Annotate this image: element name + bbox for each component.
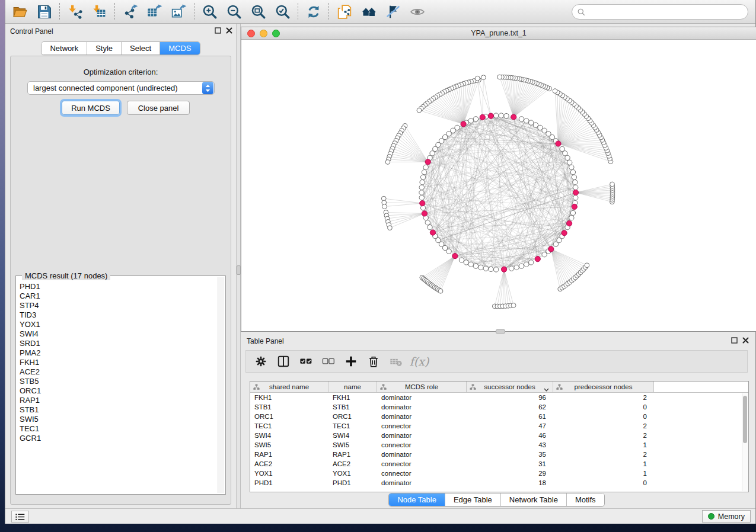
network-node[interactable]	[569, 165, 574, 169]
network-mcds-node[interactable]	[511, 114, 516, 120]
network-mcds-node[interactable]	[567, 220, 572, 226]
network-mcds-node[interactable]	[562, 230, 567, 236]
table-row[interactable]: PHD1PHD1dominator180	[250, 478, 748, 488]
network-node[interactable]	[422, 169, 426, 174]
network-node[interactable]	[499, 113, 503, 118]
network-leaf-node[interactable]	[417, 108, 422, 113]
network-node[interactable]	[423, 165, 428, 169]
network-mcds-node[interactable]	[535, 257, 540, 262]
column-header-name[interactable]: name	[328, 382, 377, 392]
network-node[interactable]	[514, 265, 519, 270]
network-node[interactable]	[479, 265, 483, 270]
window-minimize-icon[interactable]	[260, 30, 267, 37]
run-mcds-button[interactable]: Run MCDS	[62, 101, 120, 115]
settings-gear-icon[interactable]	[251, 352, 271, 370]
refresh-icon[interactable]	[301, 2, 326, 21]
network-node[interactable]	[489, 267, 493, 271]
export-image-icon[interactable]	[167, 2, 191, 21]
table-row[interactable]: SWI5SWI5connector431	[250, 440, 748, 450]
network-node[interactable]	[538, 125, 543, 130]
open-folder-icon[interactable]	[8, 2, 32, 21]
column-header-shared-name[interactable]: shared name	[250, 382, 328, 392]
network-node[interactable]	[529, 260, 534, 265]
tab-motifs[interactable]: Motifs	[567, 493, 604, 506]
network-node[interactable]	[563, 151, 567, 156]
network-node[interactable]	[425, 220, 430, 225]
column-layout-icon[interactable]	[273, 352, 294, 370]
network-node[interactable]	[572, 175, 576, 180]
network-node[interactable]	[504, 113, 509, 118]
home-icon[interactable]	[356, 2, 381, 21]
tab-node-table[interactable]: Node Table	[389, 493, 445, 506]
network-node[interactable]	[419, 190, 424, 195]
network-mcds-node[interactable]	[452, 254, 458, 259]
mcds-result-item[interactable]: RAP1	[20, 396, 218, 405]
network-leaf-node[interactable]	[610, 182, 615, 187]
column-header-predecessor-nodes[interactable]: predecessor nodes	[553, 382, 654, 392]
network-node[interactable]	[524, 118, 529, 123]
network-mcds-node[interactable]	[430, 230, 435, 235]
table-row[interactable]: SWI4SWI4dominator462	[250, 431, 748, 440]
search-input[interactable]	[586, 6, 748, 18]
network-mcds-node[interactable]	[488, 113, 493, 118]
network-mcds-node[interactable]	[556, 141, 561, 146]
network-node[interactable]	[569, 215, 574, 220]
mcds-result-item[interactable]: STB1	[20, 405, 218, 415]
network-mcds-node[interactable]	[573, 190, 578, 195]
table-row[interactable]: FKH1FKH1dominator962	[250, 393, 748, 402]
network-node[interactable]	[509, 266, 513, 271]
window-close-icon[interactable]	[247, 30, 255, 37]
mcds-result-item[interactable]: SWI5	[20, 415, 218, 424]
memory-button[interactable]: Memory	[702, 510, 751, 523]
export-network-icon[interactable]	[118, 2, 142, 21]
horizontal-splitter-handle[interactable]	[496, 329, 505, 334]
zoom-in-icon[interactable]	[197, 2, 222, 21]
network-leaf-node[interactable]	[497, 75, 502, 79]
close-panel-button[interactable]: Close panel	[127, 101, 190, 115]
network-node[interactable]	[565, 155, 570, 160]
network-node[interactable]	[519, 264, 524, 268]
network-node[interactable]	[446, 249, 451, 254]
network-node[interactable]	[419, 195, 424, 200]
float-panel-icon[interactable]	[215, 27, 221, 34]
network-node[interactable]	[473, 264, 478, 268]
zoom-out-icon[interactable]	[222, 2, 246, 21]
mcds-result-item[interactable]: FKH1	[20, 358, 218, 367]
network-node[interactable]	[567, 160, 572, 165]
mcds-result-item[interactable]: ORC1	[20, 386, 218, 396]
deselect-all-icon[interactable]	[318, 352, 339, 370]
zoom-fit-icon[interactable]	[246, 2, 270, 21]
network-node[interactable]	[529, 120, 534, 125]
network-leaf-node[interactable]	[511, 303, 516, 307]
network-node[interactable]	[464, 260, 468, 265]
mcds-result-item[interactable]: PHD1	[20, 282, 218, 291]
network-mcds-node[interactable]	[420, 200, 425, 206]
criterion-dropdown[interactable]: largest connected component (undirected)	[27, 81, 215, 95]
network-node[interactable]	[573, 195, 578, 200]
network-node[interactable]	[573, 185, 578, 190]
select-all-icon[interactable]	[296, 352, 316, 370]
table-row[interactable]: YOX1YOX1connector291	[250, 469, 748, 478]
mcds-result-item[interactable]: ACE2	[20, 367, 218, 377]
mcds-result-item[interactable]: STP4	[20, 301, 218, 310]
network-leaf-node[interactable]	[481, 75, 486, 80]
network-node[interactable]	[483, 266, 488, 271]
table-row[interactable]: ORC1ORC1dominator610	[250, 412, 748, 421]
network-node[interactable]	[428, 225, 432, 229]
show-details-icon[interactable]	[405, 2, 429, 21]
table-row[interactable]: STB1STB1dominator620	[250, 402, 748, 412]
vertical-splitter[interactable]	[236, 24, 241, 508]
delete-column-icon[interactable]	[363, 352, 384, 370]
network-leaf-node[interactable]	[382, 204, 387, 209]
table-row[interactable]: TEC1TEC1connector472	[250, 421, 748, 431]
mcds-result-item[interactable]: YOX1	[20, 320, 218, 329]
network-node[interactable]	[420, 175, 425, 180]
network-node[interactable]	[573, 180, 578, 184]
tab-style[interactable]: Style	[87, 42, 122, 55]
tab-edge-table[interactable]: Edge Table	[445, 493, 501, 506]
clone-network-icon[interactable]	[332, 2, 356, 21]
network-node[interactable]	[493, 267, 498, 272]
network-node[interactable]	[433, 146, 438, 151]
network-node[interactable]	[420, 180, 425, 184]
network-mcds-node[interactable]	[461, 121, 466, 127]
